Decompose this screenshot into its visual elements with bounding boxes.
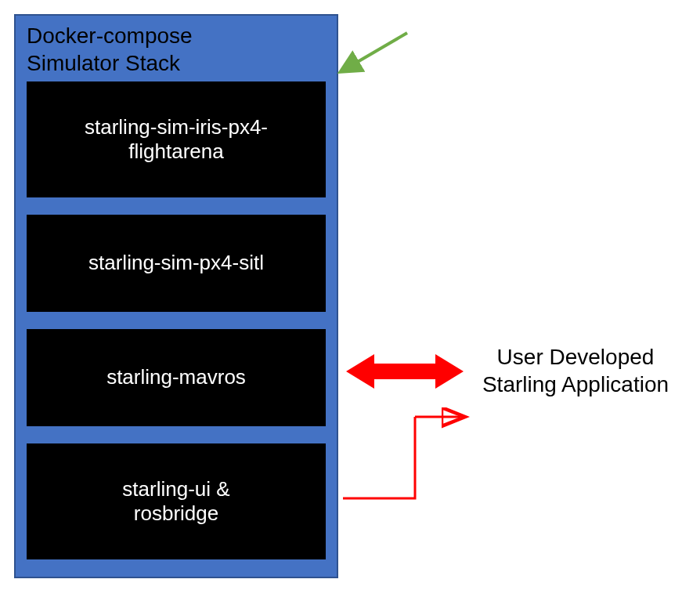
stack-box-ui-rosbridge: starling-ui & rosbridge — [27, 443, 326, 559]
stack-boxes: starling-sim-iris-px4- flightarena starl… — [16, 81, 337, 570]
box-label: starling-sim-px4-sitl — [88, 251, 264, 274]
app-label-line2: Starling Application — [482, 372, 669, 396]
box-label: starling-ui & — [122, 477, 229, 501]
svg-marker-0 — [346, 354, 464, 389]
green-arrow-icon — [351, 33, 407, 66]
user-app-label: User Developed Starling Application — [462, 343, 689, 398]
box-label: starling-sim-iris-px4- — [85, 115, 268, 139]
box-label: rosbridge — [134, 501, 218, 525]
stack-title-line1: Docker-compose — [27, 24, 193, 48]
stack-box-sim-iris-px4-flightarena: starling-sim-iris-px4- flightarena — [27, 81, 326, 197]
red-double-arrow-icon — [346, 354, 464, 389]
box-label: starling-mavros — [106, 365, 246, 389]
stack-box-mavros: starling-mavros — [27, 329, 326, 426]
app-label-line1: User Developed — [497, 345, 655, 369]
stack-title: Docker-compose Simulator Stack — [16, 16, 337, 81]
box-label: flightarena — [128, 139, 223, 163]
stack-box-sim-px4-sitl: starling-sim-px4-sitl — [27, 215, 326, 312]
simulator-stack-container: Docker-compose Simulator Stack starling-… — [14, 14, 338, 578]
stack-title-line2: Simulator Stack — [27, 51, 180, 75]
red-elbow-arrow-icon — [343, 417, 460, 498]
